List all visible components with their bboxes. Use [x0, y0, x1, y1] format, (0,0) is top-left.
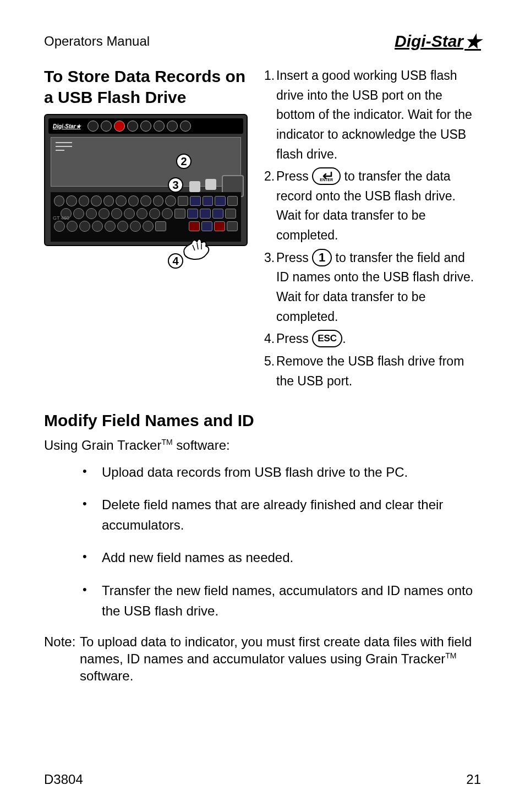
device-model-label: GT 460: [53, 215, 69, 221]
usb-icon: [205, 179, 216, 190]
section2-title: Modify Field Names and ID: [44, 410, 481, 431]
brand-name: Digi-Star: [395, 32, 463, 51]
device-top-btn: [101, 121, 112, 132]
left-column: To Store Data Records on a USB Flash Dri…: [44, 66, 253, 394]
tm-symbol: TM: [161, 438, 172, 446]
doc-number: D3804: [44, 772, 83, 787]
step-number: 2.: [264, 167, 276, 246]
step-3: 3. Press 1 to transfer the field and ID …: [264, 248, 481, 327]
device-screen: [51, 137, 241, 187]
list-item: Delete field names that are already fini…: [83, 494, 481, 535]
usb-icon: [189, 181, 200, 192]
section-store-data: To Store Data Records on a USB Flash Dri…: [44, 66, 481, 394]
header-label: Operators Manual: [44, 34, 150, 49]
step-number: 1.: [264, 66, 276, 164]
list-item: Upload data records from USB flash drive…: [83, 462, 481, 482]
page-footer: D3804 21: [44, 772, 481, 787]
page-header: Operators Manual Digi-Star★: [44, 30, 481, 52]
device-top-btn: [167, 121, 178, 132]
section2-subtitle: Using Grain TrackerTM software:: [44, 438, 481, 453]
section-modify-fields: Modify Field Names and ID Using Grain Tr…: [44, 410, 481, 684]
step-text: Remove the USB flash drive from the USB …: [276, 352, 481, 391]
esc-key-icon: ESC: [312, 330, 342, 347]
step-4: 4. Press ESC.: [264, 329, 481, 349]
device-body: Digi-Star★: [44, 114, 248, 246]
page-number: 21: [466, 772, 481, 787]
star-icon: ★: [464, 30, 481, 52]
note: Note: To upload data to indicator, you m…: [44, 633, 481, 685]
device-logo: Digi-Star★: [53, 123, 81, 129]
device-top-btn: [88, 121, 99, 132]
step-text: Insert a good working USB flash drive in…: [276, 66, 481, 164]
device-top-btn: [154, 121, 165, 132]
step-number: 4.: [264, 329, 276, 349]
step-5: 5. Remove the USB flash drive from the U…: [264, 352, 481, 391]
device-illustration: Digi-Star★: [44, 114, 248, 268]
tm-symbol: TM: [445, 651, 456, 660]
bullet-list: Upload data records from USB flash drive…: [44, 462, 481, 621]
list-item: Add new field names as needed.: [83, 547, 481, 568]
step-text: Press ENTER to transfer the data record …: [276, 167, 481, 246]
step-text: Press 1 to transfer the field and ID nam…: [276, 248, 481, 327]
step-number: 3.: [264, 248, 276, 327]
callout-4: 4: [168, 253, 183, 269]
step-2: 2. Press ENTER to transfer the data reco…: [264, 167, 481, 246]
enter-key-icon: ENTER: [312, 167, 341, 185]
device-top-btn: [114, 121, 125, 132]
callout-2: 2: [176, 154, 192, 169]
hand-icon: [182, 235, 215, 263]
device-top-btn: [180, 121, 191, 132]
device-keyboard: [51, 192, 241, 242]
step-number: 5.: [264, 352, 276, 391]
brand-logo: Digi-Star★: [395, 30, 481, 52]
section1-title: To Store Data Records on a USB Flash Dri…: [44, 66, 253, 107]
device-button-row: Digi-Star★: [48, 118, 243, 134]
step-list: 1. Insert a good working USB flash drive…: [264, 66, 481, 391]
screen-labels: [56, 142, 72, 154]
note-label: Note:: [44, 633, 80, 685]
device-top-btn: [127, 121, 138, 132]
callout-3: 3: [168, 177, 183, 193]
step-1: 1. Insert a good working USB flash drive…: [264, 66, 481, 164]
right-column: 1. Insert a good working USB flash drive…: [264, 66, 481, 394]
device-top-btn: [140, 121, 151, 132]
key-1-icon: 1: [312, 249, 332, 266]
note-text: To upload data to indicator, you must fi…: [80, 633, 481, 685]
step-text: Press ESC.: [276, 329, 481, 349]
list-item: Transfer the new field names, accumulato…: [83, 580, 481, 621]
